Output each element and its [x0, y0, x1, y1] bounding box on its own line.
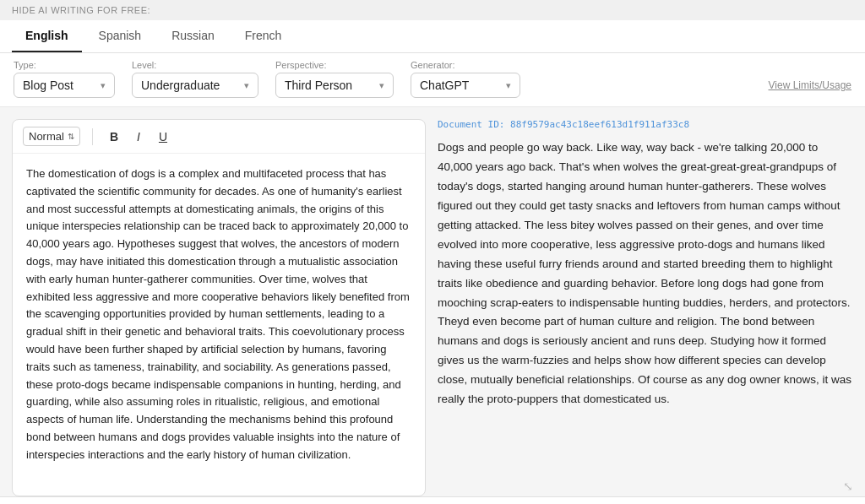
tab-spanish[interactable]: Spanish: [85, 20, 155, 52]
level-chevron-icon: ▾: [244, 80, 249, 91]
style-value: Normal: [29, 130, 64, 143]
type-chevron-icon: ▾: [101, 80, 106, 91]
doc-id: Document ID: 88f9579ac43c18eef613d1f911a…: [438, 119, 853, 130]
generator-select[interactable]: ChatGPT ▾: [411, 73, 520, 98]
editor-text: The domestication of dogs is a complex a…: [26, 167, 410, 461]
resize-handle-icon: ⤡: [438, 476, 853, 496]
perspective-select[interactable]: Third Person ▾: [275, 73, 394, 98]
view-limits-link[interactable]: View Limits/Usage: [769, 79, 851, 98]
level-select[interactable]: Undergraduate ▾: [132, 73, 258, 98]
generator-label: Generator:: [411, 60, 520, 70]
bold-button[interactable]: B: [105, 127, 123, 146]
perspective-label: Perspective:: [275, 60, 394, 70]
main-content: Normal ⇅ B I U The domestication of dogs…: [0, 107, 865, 496]
editor-panel: Normal ⇅ B I U The domestication of dogs…: [12, 119, 426, 496]
top-bar-label: HIDE AI WRITING FOR FREE:: [12, 5, 150, 15]
type-control: Type: Blog Post ▾: [14, 60, 115, 98]
tab-french[interactable]: French: [231, 20, 296, 52]
editor-area[interactable]: The domestication of dogs is a complex a…: [13, 154, 425, 496]
level-control: Level: Undergraduate ▾: [132, 60, 258, 98]
type-select[interactable]: Blog Post ▾: [14, 73, 115, 98]
style-select[interactable]: Normal ⇅: [23, 127, 80, 146]
generator-chevron-icon: ▾: [506, 80, 511, 91]
style-arrows-icon: ⇅: [68, 132, 74, 141]
editor-toolbar: Normal ⇅ B I U: [13, 120, 425, 154]
top-bar: HIDE AI WRITING FOR FREE:: [0, 0, 865, 20]
italic-button[interactable]: I: [132, 127, 145, 146]
output-text: Dogs and people go way back. Like way, w…: [438, 138, 853, 476]
perspective-control: Perspective: Third Person ▾: [275, 60, 394, 98]
perspective-chevron-icon: ▾: [379, 80, 384, 91]
toolbar-divider: [92, 128, 93, 145]
type-label: Type:: [14, 60, 115, 70]
bottom-bar: ☁ Upload Doc ⌘ + enter Hide My AI WC: 17…: [0, 496, 865, 504]
level-label: Level:: [132, 60, 258, 70]
output-panel: Document ID: 88f9579ac43c18eef613d1f911a…: [426, 107, 865, 496]
tab-english[interactable]: English: [12, 20, 82, 52]
language-tabs: English Spanish Russian French: [0, 20, 865, 53]
generator-control: Generator: ChatGPT ▾: [411, 60, 520, 98]
controls-bar: Type: Blog Post ▾ Level: Undergraduate ▾…: [0, 53, 865, 107]
tab-russian[interactable]: Russian: [158, 20, 228, 52]
underline-button[interactable]: U: [154, 127, 172, 146]
